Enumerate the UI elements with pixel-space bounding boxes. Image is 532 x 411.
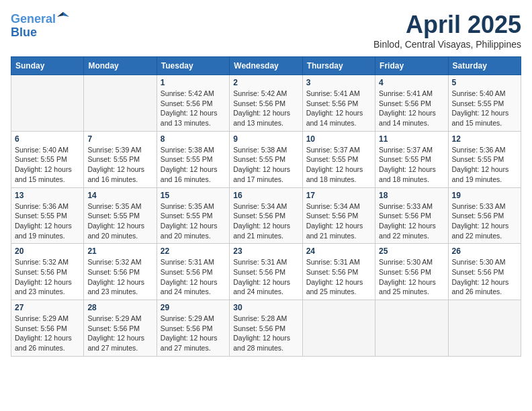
day-info: Sunrise: 5:34 AM Sunset: 5:56 PM Dayligh…	[306, 201, 371, 241]
day-cell: 28Sunrise: 5:29 AM Sunset: 5:56 PM Dayli…	[84, 300, 157, 357]
day-number: 28	[87, 303, 152, 312]
day-cell	[375, 300, 448, 357]
week-row-3: 13Sunrise: 5:36 AM Sunset: 5:55 PM Dayli…	[11, 187, 521, 244]
day-number: 30	[233, 303, 298, 312]
day-info: Sunrise: 5:31 AM Sunset: 5:56 PM Dayligh…	[306, 257, 371, 297]
day-info: Sunrise: 5:29 AM Sunset: 5:56 PM Dayligh…	[15, 314, 80, 353]
day-number: 29	[161, 303, 226, 312]
day-cell: 6Sunrise: 5:40 AM Sunset: 5:55 PM Daylig…	[11, 131, 84, 187]
day-info: Sunrise: 5:30 AM Sunset: 5:56 PM Dayligh…	[379, 257, 444, 297]
day-cell: 17Sunrise: 5:34 AM Sunset: 5:56 PM Dayli…	[302, 187, 375, 244]
day-number: 21	[87, 246, 152, 256]
location-title: Binlod, Central Visayas, Philippines	[373, 39, 521, 50]
day-number: 24	[306, 246, 371, 256]
week-row-5: 27Sunrise: 5:29 AM Sunset: 5:56 PM Dayli…	[11, 300, 521, 357]
day-cell: 21Sunrise: 5:32 AM Sunset: 5:56 PM Dayli…	[84, 244, 157, 300]
day-info: Sunrise: 5:35 AM Sunset: 5:55 PM Dayligh…	[87, 201, 152, 241]
day-cell: 2Sunrise: 5:42 AM Sunset: 5:56 PM Daylig…	[230, 75, 302, 132]
day-cell: 4Sunrise: 5:41 AM Sunset: 5:56 PM Daylig…	[375, 75, 448, 132]
day-number: 17	[306, 191, 371, 200]
day-info: Sunrise: 5:41 AM Sunset: 5:56 PM Dayligh…	[379, 89, 444, 128]
day-cell: 16Sunrise: 5:34 AM Sunset: 5:56 PM Dayli…	[230, 187, 302, 244]
day-info: Sunrise: 5:42 AM Sunset: 5:56 PM Dayligh…	[161, 89, 226, 128]
day-info: Sunrise: 5:31 AM Sunset: 5:56 PM Dayligh…	[233, 257, 298, 297]
header: General Blue April 2025 Binlod, Central …	[11, 11, 521, 50]
day-cell	[448, 300, 521, 357]
day-number: 26	[452, 246, 517, 256]
day-number: 3	[306, 78, 371, 87]
day-number: 5	[452, 78, 517, 87]
day-cell: 20Sunrise: 5:32 AM Sunset: 5:56 PM Dayli…	[11, 244, 84, 300]
day-number: 4	[379, 78, 444, 87]
day-cell: 8Sunrise: 5:38 AM Sunset: 5:55 PM Daylig…	[157, 131, 229, 187]
day-number: 22	[161, 246, 226, 256]
day-cell: 3Sunrise: 5:41 AM Sunset: 5:56 PM Daylig…	[302, 75, 375, 132]
day-info: Sunrise: 5:35 AM Sunset: 5:55 PM Dayligh…	[161, 201, 226, 241]
day-info: Sunrise: 5:37 AM Sunset: 5:55 PM Dayligh…	[306, 145, 371, 185]
day-cell: 14Sunrise: 5:35 AM Sunset: 5:55 PM Dayli…	[84, 187, 157, 244]
day-info: Sunrise: 5:34 AM Sunset: 5:56 PM Dayligh…	[233, 201, 298, 241]
svg-marker-0	[63, 12, 69, 17]
day-number: 11	[379, 134, 444, 144]
day-info: Sunrise: 5:38 AM Sunset: 5:55 PM Dayligh…	[161, 145, 226, 185]
day-cell: 1Sunrise: 5:42 AM Sunset: 5:56 PM Daylig…	[157, 75, 229, 132]
day-cell: 25Sunrise: 5:30 AM Sunset: 5:56 PM Dayli…	[375, 244, 448, 300]
day-cell: 24Sunrise: 5:31 AM Sunset: 5:56 PM Dayli…	[302, 244, 375, 300]
day-number: 14	[87, 191, 152, 200]
day-cell: 9Sunrise: 5:38 AM Sunset: 5:55 PM Daylig…	[230, 131, 302, 187]
day-number: 6	[15, 134, 80, 144]
day-info: Sunrise: 5:36 AM Sunset: 5:55 PM Dayligh…	[452, 145, 517, 185]
day-cell: 19Sunrise: 5:33 AM Sunset: 5:56 PM Dayli…	[448, 187, 521, 244]
day-info: Sunrise: 5:31 AM Sunset: 5:56 PM Dayligh…	[161, 257, 226, 297]
calendar-table: SundayMondayTuesdayWednesdayThursdayFrid…	[11, 56, 521, 357]
day-info: Sunrise: 5:32 AM Sunset: 5:56 PM Dayligh…	[87, 257, 152, 297]
week-row-2: 6Sunrise: 5:40 AM Sunset: 5:55 PM Daylig…	[11, 131, 521, 187]
day-info: Sunrise: 5:30 AM Sunset: 5:56 PM Dayligh…	[452, 257, 517, 297]
weekday-header-thursday: Thursday	[302, 57, 375, 75]
day-info: Sunrise: 5:40 AM Sunset: 5:55 PM Dayligh…	[452, 89, 517, 128]
day-info: Sunrise: 5:37 AM Sunset: 5:55 PM Dayligh…	[379, 145, 444, 185]
day-info: Sunrise: 5:36 AM Sunset: 5:55 PM Dayligh…	[15, 201, 80, 241]
day-cell: 23Sunrise: 5:31 AM Sunset: 5:56 PM Dayli…	[230, 244, 302, 300]
day-number: 1	[161, 78, 226, 87]
day-cell: 29Sunrise: 5:29 AM Sunset: 5:56 PM Dayli…	[157, 300, 229, 357]
day-number: 23	[233, 246, 298, 256]
day-number: 15	[161, 191, 226, 200]
day-number: 20	[15, 246, 80, 256]
day-number: 8	[161, 134, 226, 144]
day-cell: 22Sunrise: 5:31 AM Sunset: 5:56 PM Dayli…	[157, 244, 229, 300]
week-row-4: 20Sunrise: 5:32 AM Sunset: 5:56 PM Dayli…	[11, 244, 521, 300]
week-row-1: 1Sunrise: 5:42 AM Sunset: 5:56 PM Daylig…	[11, 75, 521, 132]
day-cell: 12Sunrise: 5:36 AM Sunset: 5:55 PM Dayli…	[448, 131, 521, 187]
weekday-header-monday: Monday	[84, 57, 157, 75]
day-number: 19	[452, 191, 517, 200]
weekday-header-saturday: Saturday	[448, 57, 521, 75]
day-number: 10	[306, 134, 371, 144]
logo-line1: General	[11, 12, 56, 26]
day-info: Sunrise: 5:33 AM Sunset: 5:56 PM Dayligh…	[379, 201, 444, 241]
logo: General Blue	[11, 11, 69, 40]
day-cell	[84, 75, 157, 132]
day-cell: 18Sunrise: 5:33 AM Sunset: 5:56 PM Dayli…	[375, 187, 448, 244]
day-info: Sunrise: 5:40 AM Sunset: 5:55 PM Dayligh…	[15, 145, 80, 185]
weekday-header-tuesday: Tuesday	[157, 57, 229, 75]
day-number: 18	[379, 191, 444, 200]
logo-bird-icon	[57, 11, 69, 23]
svg-marker-1	[57, 12, 63, 17]
day-cell: 5Sunrise: 5:40 AM Sunset: 5:55 PM Daylig…	[448, 75, 521, 132]
title-section: April 2025 Binlod, Central Visayas, Phil…	[373, 11, 521, 50]
day-info: Sunrise: 5:32 AM Sunset: 5:56 PM Dayligh…	[15, 257, 80, 297]
day-info: Sunrise: 5:29 AM Sunset: 5:56 PM Dayligh…	[161, 314, 226, 353]
day-info: Sunrise: 5:33 AM Sunset: 5:56 PM Dayligh…	[452, 201, 517, 241]
day-cell: 13Sunrise: 5:36 AM Sunset: 5:55 PM Dayli…	[11, 187, 84, 244]
day-cell	[11, 75, 84, 132]
day-cell: 7Sunrise: 5:39 AM Sunset: 5:55 PM Daylig…	[84, 131, 157, 187]
day-info: Sunrise: 5:29 AM Sunset: 5:56 PM Dayligh…	[87, 314, 152, 353]
logo-line2: Blue	[11, 26, 69, 40]
day-cell: 26Sunrise: 5:30 AM Sunset: 5:56 PM Dayli…	[448, 244, 521, 300]
day-cell: 27Sunrise: 5:29 AM Sunset: 5:56 PM Dayli…	[11, 300, 84, 357]
month-title: April 2025	[373, 11, 521, 39]
day-info: Sunrise: 5:39 AM Sunset: 5:55 PM Dayligh…	[87, 145, 152, 185]
weekday-header-row: SundayMondayTuesdayWednesdayThursdayFrid…	[11, 57, 521, 75]
day-number: 2	[233, 78, 298, 87]
